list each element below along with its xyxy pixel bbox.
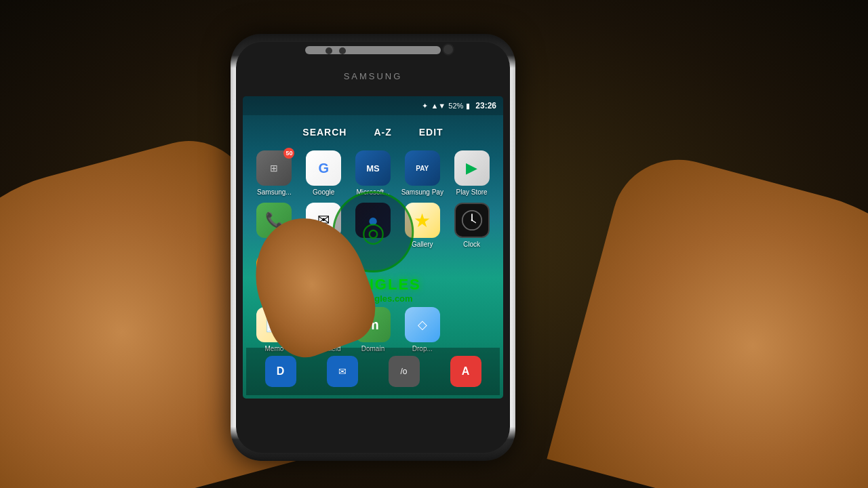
app-samsung-apps[interactable]: ⊞ 50 Samsung... xyxy=(250,150,298,196)
dock-email[interactable]: ✉ xyxy=(327,356,358,387)
app-google[interactable]: G Google xyxy=(300,150,347,196)
gallery-label: Gallery xyxy=(412,241,433,248)
dock-aliexpress[interactable]: A xyxy=(450,356,481,387)
clock-label: Clock xyxy=(463,241,480,248)
badge-50: 50 xyxy=(283,148,294,159)
samsung-apps-label: Samsung... xyxy=(257,188,292,196)
status-bar: ✦ ▲▼ 52% ▮ 23:26 xyxy=(243,96,503,115)
battery-icon: ▮ xyxy=(466,102,470,110)
earpiece-left xyxy=(326,47,332,54)
play-store-label: Play Store xyxy=(456,188,488,196)
google-label: Google xyxy=(313,188,334,196)
app-samsung-pay[interactable]: PAY Samsung Pay xyxy=(399,150,446,196)
microsoft-icon: MS xyxy=(355,150,391,186)
app-row-1: ⊞ 50 Samsung... G Google xyxy=(246,150,500,196)
az-button[interactable]: A-Z xyxy=(374,127,391,138)
app-gallery[interactable]: ★ Gallery xyxy=(399,203,446,248)
app-camera[interactable]: ● xyxy=(349,203,397,241)
hand-right xyxy=(547,144,868,488)
samsung-pay-label: Samsung Pay xyxy=(401,188,443,196)
dock-dialer[interactable]: D xyxy=(265,356,296,387)
app-dropbox[interactable]: ◇ Drop... xyxy=(399,307,446,352)
clock-icon xyxy=(454,203,490,238)
samsung-apps-icon: ⊞ 50 xyxy=(256,150,292,186)
status-icons: ✦ ▲▼ 52% ▮ 23:26 xyxy=(422,101,496,110)
samsung-pay-icon: PAY xyxy=(405,150,440,186)
gallery-icon: ★ xyxy=(405,203,440,238)
dock-unknown[interactable]: /o xyxy=(389,356,420,387)
edit-button[interactable]: EDIT xyxy=(419,127,443,138)
signal-icon: ▲▼ xyxy=(431,102,446,110)
svg-point-3 xyxy=(471,220,473,222)
scene: SAMSUNG ✦ ▲▼ 52% ▮ 23:26 SEARCH xyxy=(0,0,868,488)
camera-icon: ● xyxy=(355,203,391,238)
battery-percent: 52% xyxy=(448,102,463,110)
search-button[interactable]: SEARCH xyxy=(302,127,347,138)
samsung-brand: SAMSUNG xyxy=(344,71,403,81)
app-microsoft[interactable]: MS Microsoft... xyxy=(349,150,397,196)
app-play-store[interactable]: ▶ Play Store xyxy=(448,150,496,196)
status-time: 23:26 xyxy=(475,101,496,110)
play-store-icon: ▶ xyxy=(454,150,490,186)
bluetooth-icon: ✦ xyxy=(422,102,428,110)
dropbox-icon: ◇ xyxy=(405,307,440,342)
google-icon: G xyxy=(306,150,341,186)
phone-camera xyxy=(442,43,454,56)
drawer-header: SEARCH A-Z EDIT xyxy=(243,117,503,147)
app-clock[interactable]: Clock xyxy=(448,203,496,248)
earpiece-right xyxy=(339,47,346,54)
microsoft-label: Microsoft... xyxy=(357,188,390,196)
dock: D ✉ /o A xyxy=(246,348,500,395)
